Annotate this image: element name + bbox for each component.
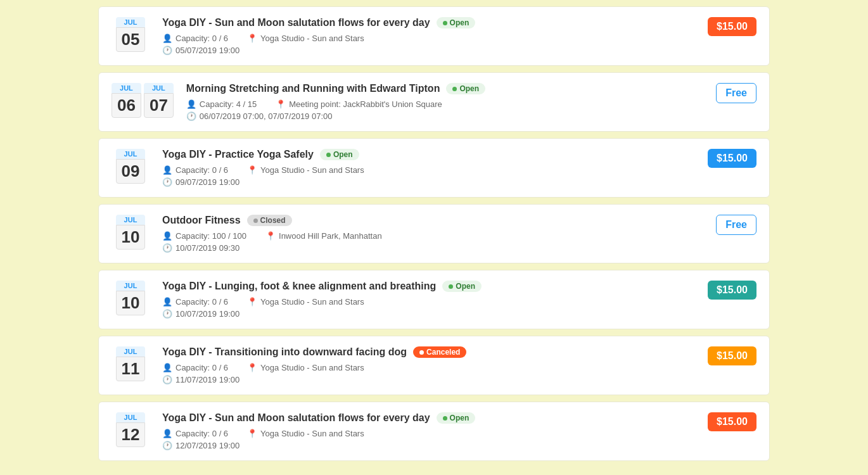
- person-icon: 👤: [162, 429, 172, 438]
- location-item: 📍 Yoga Studio - Sun and Stars: [247, 429, 364, 438]
- price-area: $15.00: [706, 149, 756, 168]
- date-day: 10: [116, 291, 146, 315]
- status-badge: Closed: [247, 215, 292, 226]
- clock-icon: 🕐: [162, 441, 172, 450]
- event-card[interactable]: JUL 10 Outdoor Fitness Closed 👤 Capacity…: [98, 204, 770, 263]
- price-area: $15.00: [706, 281, 756, 300]
- clock-icon: 🕐: [162, 177, 172, 187]
- event-meta: 👤 Capacity: 100 / 100 📍 Inwood Hill Park…: [162, 231, 693, 241]
- person-icon: 👤: [162, 363, 172, 372]
- event-card[interactable]: JUL 06 JUL 07 Morning Stretching and Run…: [98, 72, 770, 132]
- clock-icon: 🕐: [162, 309, 172, 319]
- event-details: Yoga DIY - Sun and Moon salutation flows…: [162, 17, 693, 55]
- event-details: Outdoor Fitness Closed 👤 Capacity: 100 /…: [162, 215, 693, 253]
- clock-icon: 🕐: [186, 111, 196, 121]
- event-title-row: Yoga DIY - Sun and Moon salutation flows…: [162, 412, 693, 424]
- capacity-item: 👤 Capacity: 0 / 6: [162, 297, 228, 307]
- location-item: 📍 Yoga Studio - Sun and Stars: [247, 34, 364, 43]
- location-icon: 📍: [265, 231, 276, 241]
- person-icon: 👤: [162, 231, 172, 241]
- event-card[interactable]: JUL 11 Yoga DIY - Transitioning into dow…: [98, 336, 770, 395]
- event-title: Outdoor Fitness: [162, 215, 241, 226]
- event-datetime: 12/07/2019 19:00: [176, 441, 239, 450]
- date-badge: JUL 09: [112, 149, 150, 184]
- event-title-row: Outdoor Fitness Closed: [162, 215, 693, 226]
- price-tag: $15.00: [708, 346, 756, 365]
- price-tag: $15.00: [708, 149, 756, 168]
- date-badge: JUL 10: [112, 281, 150, 315]
- event-datetime: 11/07/2019 19:00: [176, 375, 239, 384]
- event-title-row: Yoga DIY - Sun and Moon salutation flows…: [162, 17, 693, 28]
- event-card[interactable]: JUL 09 Yoga DIY - Practice Yoga Safely O…: [98, 138, 770, 198]
- location-icon: 📍: [247, 363, 257, 372]
- location-item: 📍 Inwood Hill Park, Manhattan: [265, 231, 382, 241]
- capacity-item: 👤 Capacity: 4 / 15: [186, 99, 257, 109]
- event-card[interactable]: JUL 12 Yoga DIY - Sun and Moon salutatio…: [98, 402, 770, 461]
- event-time-row: 🕐 12/07/2019 19:00: [162, 441, 693, 450]
- event-title-row: Yoga DIY - Transitioning into downward f…: [162, 346, 693, 358]
- event-details: Yoga DIY - Transitioning into downward f…: [162, 346, 693, 384]
- event-title: Yoga DIY - Sun and Moon salutation flows…: [162, 17, 430, 28]
- price-tag: Free: [716, 83, 756, 103]
- location-text: Yoga Studio - Sun and Stars: [260, 429, 364, 438]
- person-icon: 👤: [162, 34, 172, 43]
- event-meta: 👤 Capacity: 0 / 6 📍 Yoga Studio - Sun an…: [162, 363, 693, 372]
- location-icon: 📍: [247, 297, 257, 307]
- price-tag: $15.00: [708, 281, 756, 300]
- event-card[interactable]: JUL 10 Yoga DIY - Lunging, foot & knee a…: [98, 270, 770, 329]
- event-title: Yoga DIY - Transitioning into downward f…: [162, 346, 407, 358]
- event-details: Yoga DIY - Practice Yoga Safely Open 👤 C…: [162, 149, 693, 187]
- event-details: Yoga DIY - Sun and Moon salutation flows…: [162, 412, 693, 450]
- capacity-text: Capacity: 0 / 6: [176, 297, 228, 307]
- location-text: Inwood Hill Park, Manhattan: [279, 231, 382, 241]
- location-icon: 📍: [247, 429, 257, 438]
- date-badge: JUL 12: [112, 412, 150, 447]
- location-icon: 📍: [247, 165, 257, 175]
- price-area: $15.00: [706, 412, 756, 431]
- capacity-text: Capacity: 4 / 15: [200, 99, 257, 109]
- event-time-row: 🕐 05/07/2019 19:00: [162, 46, 693, 55]
- date-day-2: 07: [144, 93, 174, 118]
- price-area: Free: [706, 215, 756, 235]
- event-time-row: 🕐 09/07/2019 19:00: [162, 177, 693, 187]
- events-list: JUL 05 Yoga DIY - Sun and Moon salutatio…: [86, 0, 782, 474]
- event-time-row: 🕐 06/07/2019 07:00, 07/07/2019 07:00: [186, 111, 693, 121]
- event-details: Yoga DIY - Lunging, foot & knee alignmen…: [162, 281, 693, 319]
- date-month: JUL: [116, 412, 146, 422]
- event-title: Yoga DIY - Sun and Moon salutation flows…: [162, 412, 430, 424]
- person-icon: 👤: [162, 165, 172, 175]
- capacity-text: Capacity: 100 / 100: [176, 231, 246, 241]
- date-badge: JUL 11: [112, 346, 150, 381]
- event-time-row: 🕐 10/07/2019 09:30: [162, 243, 693, 253]
- date-month: JUL: [116, 346, 146, 357]
- capacity-text: Capacity: 0 / 6: [176, 363, 228, 372]
- date-month: JUL: [116, 17, 146, 27]
- location-item: 📍 Yoga Studio - Sun and Stars: [247, 363, 364, 372]
- status-badge: Canceled: [413, 346, 466, 358]
- date-month: JUL: [116, 215, 146, 225]
- clock-icon: 🕐: [162, 243, 172, 253]
- capacity-text: Capacity: 0 / 6: [176, 165, 228, 175]
- capacity-item: 👤 Capacity: 0 / 6: [162, 429, 228, 438]
- location-text: Yoga Studio - Sun and Stars: [260, 34, 364, 43]
- event-card[interactable]: JUL 05 Yoga DIY - Sun and Moon salutatio…: [98, 6, 770, 66]
- event-title: Morning Stretching and Running with Edwa…: [186, 83, 440, 94]
- date-day: 12: [116, 422, 146, 447]
- event-datetime: 10/07/2019 09:30: [176, 243, 239, 253]
- person-icon: 👤: [162, 297, 172, 307]
- person-icon: 👤: [186, 99, 196, 109]
- capacity-item: 👤 Capacity: 0 / 6: [162, 165, 228, 175]
- event-meta: 👤 Capacity: 4 / 15 📍 Meeting point: Jack…: [186, 99, 693, 109]
- event-title-row: Yoga DIY - Practice Yoga Safely Open: [162, 149, 693, 160]
- date-badge: JUL 05: [112, 17, 150, 52]
- price-tag: $15.00: [708, 17, 756, 36]
- event-datetime: 05/07/2019 19:00: [176, 46, 239, 55]
- status-badge: Open: [437, 17, 476, 28]
- price-tag: $15.00: [708, 412, 756, 431]
- event-meta: 👤 Capacity: 0 / 6 📍 Yoga Studio - Sun an…: [162, 429, 693, 438]
- status-badge: Open: [446, 83, 485, 94]
- date-day: 11: [116, 357, 146, 381]
- event-title: Yoga DIY - Practice Yoga Safely: [162, 149, 314, 160]
- status-badge: Open: [442, 281, 482, 292]
- event-datetime: 09/07/2019 19:00: [176, 177, 239, 187]
